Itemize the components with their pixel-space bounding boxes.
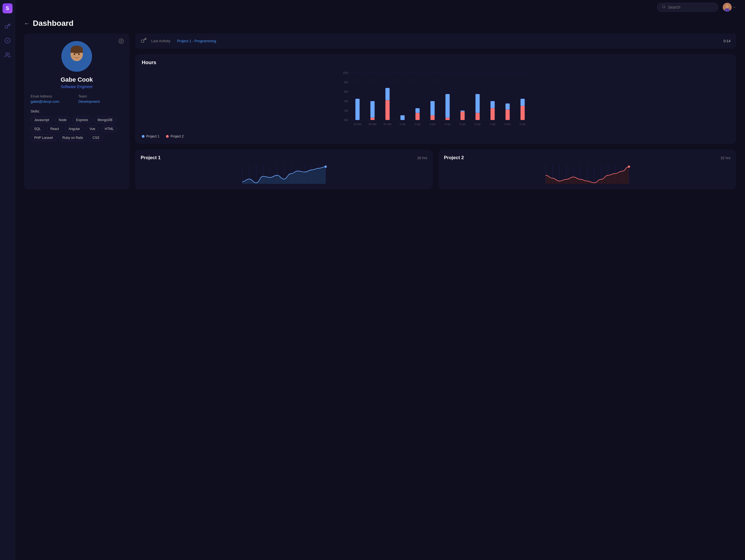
svg-rect-39 xyxy=(430,115,434,120)
skill-tag: Express xyxy=(72,117,92,123)
svg-rect-28 xyxy=(370,118,375,120)
team-value: Development xyxy=(78,99,123,104)
svg-rect-37 xyxy=(415,108,419,113)
svg-rect-34 xyxy=(400,115,404,120)
svg-text:5 Apr: 5 Apr xyxy=(459,123,465,126)
avatar xyxy=(723,3,732,12)
svg-point-87 xyxy=(628,166,630,168)
email-label: Email Address: xyxy=(31,95,75,98)
hours-title: Hours xyxy=(142,60,730,66)
project2-hrs: 32 hrs xyxy=(720,156,731,160)
svg-rect-57 xyxy=(520,106,524,120)
activity-project: Project 1 - Programming xyxy=(177,39,216,43)
team-label: Team: xyxy=(78,95,123,98)
svg-point-4 xyxy=(725,5,729,8)
project2-name: Project 2 xyxy=(444,155,464,161)
email-value: gabe@clevyr.com xyxy=(31,99,75,104)
project2-header: Project 2 32 hrs xyxy=(444,155,731,161)
svg-rect-45 xyxy=(460,111,464,120)
legend-label-p2: Project 2 xyxy=(170,134,184,138)
search-input[interactable] xyxy=(668,5,714,9)
svg-point-73 xyxy=(325,166,327,168)
search-icon xyxy=(662,5,666,10)
skill-tag: Vue xyxy=(86,126,99,132)
profile-avatar xyxy=(61,41,92,72)
svg-text:6 Apr: 6 Apr xyxy=(475,123,481,126)
skill-tag: PHP Laravel xyxy=(31,134,57,141)
main-content: ← Dashboard xyxy=(15,0,745,560)
page-title: Dashboard xyxy=(33,19,73,28)
svg-text:9 Apr: 9 Apr xyxy=(520,123,526,126)
check-circle-icon[interactable] xyxy=(4,37,11,44)
topbar xyxy=(15,0,745,14)
svg-rect-46 xyxy=(460,111,464,111)
hours-card: Hours 0hr2hr4hr6hr8hr10hr29 Mar30 Mar31 … xyxy=(135,54,736,144)
project2-sparkline xyxy=(444,165,731,184)
chart-legend: Project 1 Project 2 xyxy=(142,134,730,138)
svg-text:31 Mar: 31 Mar xyxy=(383,123,392,126)
skills-list: JavascriptNodeExpressMongoDBSQLReactAngu… xyxy=(31,117,123,141)
svg-point-6 xyxy=(121,41,122,42)
svg-rect-51 xyxy=(490,108,494,120)
svg-point-11 xyxy=(74,53,75,55)
svg-text:2hr: 2hr xyxy=(345,109,349,112)
svg-rect-32 xyxy=(385,88,389,100)
skill-tag: MongoDB xyxy=(94,117,116,123)
svg-rect-49 xyxy=(475,94,480,113)
skill-tag: Node xyxy=(55,117,70,123)
profile-info: Email Address: gabe@clevyr.com Team: Dev… xyxy=(31,95,123,104)
skill-tag: SQL xyxy=(31,126,44,132)
project1-name: Project 1 xyxy=(141,155,161,161)
app-logo[interactable]: S xyxy=(2,3,12,13)
skill-tag: React xyxy=(47,126,63,132)
settings-icon[interactable] xyxy=(119,38,124,45)
user-avatar-wrap[interactable] xyxy=(723,3,736,12)
legend-dot-p1 xyxy=(142,135,144,138)
project1-hrs: 26 hrs xyxy=(417,156,427,160)
legend-project2: Project 2 xyxy=(166,134,184,138)
svg-rect-42 xyxy=(445,118,450,120)
svg-rect-40 xyxy=(430,101,434,115)
activity-bar: Last Activity Project 1 - Programming 0:… xyxy=(135,33,736,48)
svg-point-12 xyxy=(78,53,80,55)
profile-role: Software Engineer xyxy=(61,84,93,89)
svg-text:1 Apr: 1 Apr xyxy=(399,123,406,126)
legend-project1: Project 1 xyxy=(142,134,159,138)
svg-text:30 Mar: 30 Mar xyxy=(368,123,377,126)
svg-rect-36 xyxy=(415,113,419,120)
svg-rect-29 xyxy=(370,101,375,118)
chevron-down-icon xyxy=(733,6,736,9)
svg-point-2 xyxy=(662,5,665,8)
users-icon[interactable] xyxy=(4,51,11,59)
project-card-1: Project 1 26 hrs xyxy=(135,149,433,189)
project-grid: Project 1 26 hrs Project 2 32 hrs xyxy=(135,149,736,189)
svg-text:8hr: 8hr xyxy=(345,81,349,84)
svg-text:7 Apr: 7 Apr xyxy=(489,123,496,126)
activity-time: 0:14 xyxy=(723,39,731,43)
skills-title: Skills: xyxy=(31,109,123,113)
skill-tag: Javascript xyxy=(31,117,53,123)
project1-sparkline xyxy=(141,165,427,184)
project1-header: Project 1 26 hrs xyxy=(141,155,427,161)
right-column: Last Activity Project 1 - Programming 0:… xyxy=(135,33,736,189)
skill-tag: Ruby on Rails xyxy=(59,134,87,141)
svg-text:6hr: 6hr xyxy=(345,90,349,93)
legend-label-p1: Project 1 xyxy=(146,134,159,138)
search-bar[interactable] xyxy=(657,3,718,12)
svg-text:4hr: 4hr xyxy=(345,100,349,103)
dashboard-grid: Gabe Cook Software Engineer Email Addres… xyxy=(24,33,736,189)
svg-rect-55 xyxy=(506,104,510,110)
svg-rect-52 xyxy=(490,101,494,108)
svg-text:4 Apr: 4 Apr xyxy=(445,123,451,126)
svg-rect-43 xyxy=(445,94,450,118)
chart-area: 0hr2hr4hr6hr8hr10hr29 Mar30 Mar31 Mar1 A… xyxy=(142,70,730,131)
svg-text:8 Apr: 8 Apr xyxy=(505,123,511,126)
project-card-2: Project 2 32 hrs xyxy=(439,149,736,189)
skill-tag: CSS xyxy=(89,134,103,141)
back-button[interactable]: ← xyxy=(24,20,29,27)
activity-label: Last Activity xyxy=(151,39,170,43)
svg-text:2 Apr: 2 Apr xyxy=(415,123,421,126)
bar-chart-svg: 0hr2hr4hr6hr8hr10hr29 Mar30 Mar31 Mar1 A… xyxy=(142,70,730,131)
key-icon[interactable] xyxy=(4,22,11,30)
svg-rect-26 xyxy=(355,99,359,120)
